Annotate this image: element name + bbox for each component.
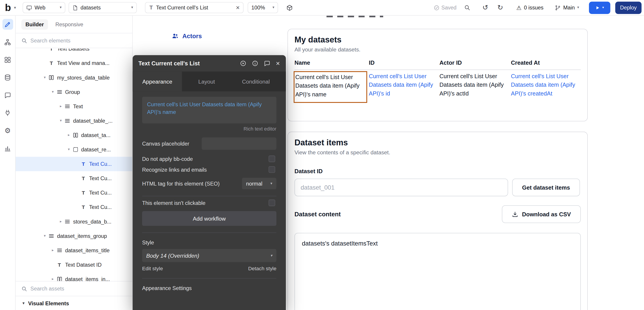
- redo-icon[interactable]: ↻: [497, 4, 503, 11]
- zoom-select[interactable]: 100% ▾: [248, 2, 278, 13]
- search-elements-input[interactable]: [30, 38, 112, 44]
- bbcode-label: Do not apply bb-code: [142, 156, 193, 162]
- dataset-id-input[interactable]: [294, 179, 508, 196]
- download-csv-button[interactable]: Download as CSV: [502, 205, 581, 223]
- recognize-links-checkbox[interactable]: [269, 166, 275, 173]
- caret-right-icon[interactable]: ▸: [58, 104, 64, 108]
- tab-builder[interactable]: Builder: [21, 19, 48, 30]
- tree-item[interactable]: ▾dataset_table_...: [16, 114, 132, 128]
- tree-item[interactable]: TText View and mana...: [16, 56, 132, 70]
- close-icon[interactable]: ✕: [236, 5, 240, 10]
- undo-icon[interactable]: ↺: [482, 4, 488, 11]
- tree-item[interactable]: ▾Group: [16, 85, 132, 99]
- tree-item[interactable]: TText Cu...: [16, 186, 132, 200]
- page-icon: [72, 5, 78, 11]
- search-elements[interactable]: [16, 33, 132, 48]
- caret-down-icon[interactable]: ▾: [50, 90, 56, 94]
- search-assets[interactable]: [16, 281, 132, 296]
- inspector-tab-conditional[interactable]: Conditional: [231, 72, 280, 91]
- caret-right-icon[interactable]: ▸: [50, 248, 56, 252]
- tree-item[interactable]: ▸dataset_items_in...: [16, 272, 132, 281]
- search-assets-input[interactable]: [30, 285, 112, 291]
- html-tag-select[interactable]: normal ▾: [242, 178, 276, 189]
- add-workflow-button[interactable]: Add workflow: [142, 211, 276, 226]
- tree-item[interactable]: TText Datasets: [16, 49, 132, 56]
- rail-item-data[interactable]: [2, 72, 13, 83]
- search-icon: [21, 286, 27, 291]
- platform-select[interactable]: Web ▾: [23, 2, 65, 13]
- page-select[interactable]: datasets ▾: [68, 2, 137, 13]
- tree-item[interactable]: TText Cu...: [16, 171, 132, 186]
- caret-right-icon[interactable]: ▸: [58, 220, 64, 223]
- style-select[interactable]: Body 14 (Overridden) ▾: [142, 249, 276, 262]
- tree-item[interactable]: TText Cu...: [16, 200, 132, 214]
- element-tab[interactable]: T Text Current cell's List ✕: [145, 2, 244, 13]
- appearance-settings-label: Appearance Settings: [142, 285, 276, 291]
- info-icon[interactable]: [252, 60, 258, 67]
- table-cell[interactable]: Current cell's List User Datasets data i…: [369, 72, 440, 103]
- canvas-nav-actors[interactable]: Actors: [172, 33, 202, 40]
- rail-item-plugins[interactable]: [2, 107, 13, 118]
- table-columns-icon: [56, 276, 62, 281]
- tree-item[interactable]: TText Dataset ID: [16, 258, 132, 272]
- group-rows-icon: [64, 118, 71, 124]
- tree-item-label: Text Cu...: [89, 161, 112, 167]
- rich-text-editor-hint: Rich text editor: [142, 126, 276, 132]
- issues-indicator[interactable]: ⚠ 0 issues: [516, 5, 543, 11]
- saved-label: Saved: [441, 5, 456, 11]
- component-cube-icon[interactable]: [286, 4, 293, 11]
- platform-label: Web: [34, 5, 46, 11]
- caret-down-icon[interactable]: ▾: [58, 119, 64, 122]
- tree-item[interactable]: ▾dataset_re...: [16, 142, 132, 157]
- app-logo[interactable]: b: [5, 3, 12, 13]
- get-dataset-items-button[interactable]: Get dataset items: [512, 179, 580, 196]
- caret-down-icon[interactable]: ▾: [66, 148, 72, 151]
- tree-item[interactable]: ▾my_stores_data_table: [16, 70, 132, 85]
- tree-item[interactable]: ▸stores_data_b...: [16, 214, 132, 229]
- bbcode-checkbox[interactable]: [269, 156, 275, 162]
- caret-down-icon[interactable]: ▾: [42, 76, 48, 79]
- search-icon[interactable]: [464, 5, 470, 11]
- tab-responsive[interactable]: Responsive: [56, 21, 83, 27]
- preview-element-icon[interactable]: [240, 60, 246, 67]
- table-cell[interactable]: Current cell's List User Datasets data i…: [511, 72, 581, 103]
- rail-item-comments[interactable]: [2, 90, 13, 100]
- logo-chevron-icon[interactable]: ▾: [14, 6, 16, 10]
- caret-right-icon[interactable]: ▸: [66, 133, 72, 137]
- not-clickable-checkbox[interactable]: [269, 200, 275, 206]
- caret-down-icon[interactable]: ▾: [42, 234, 48, 238]
- dataset-content-text: datasets's datasetItemsText: [302, 240, 378, 247]
- inspector-tab-layout[interactable]: Layout: [182, 72, 231, 91]
- caret-right-icon[interactable]: ▸: [50, 277, 56, 281]
- edit-style-link[interactable]: Edit style: [142, 266, 163, 272]
- inspector-header[interactable]: Text Current cell's List ✕: [133, 55, 286, 71]
- table-cell[interactable]: Current cell's List User Datasets data i…: [440, 72, 511, 103]
- tree-item[interactable]: ▾dataset_items_group: [16, 229, 132, 243]
- repeating-group-icon: [72, 146, 78, 152]
- detach-style-link[interactable]: Detach style: [248, 266, 276, 272]
- tree-item[interactable]: ▸Text: [16, 99, 132, 113]
- monitor-icon: [26, 5, 32, 11]
- rail-item-workflow[interactable]: [2, 37, 13, 47]
- rail-item-logs[interactable]: [2, 143, 13, 154]
- preview-run-button[interactable]: ▾: [589, 1, 610, 14]
- text-element-icon: T: [80, 175, 86, 181]
- comment-icon[interactable]: [264, 60, 270, 67]
- inspector-tab-appearance[interactable]: Appearance: [133, 72, 182, 91]
- rail-item-settings[interactable]: ⚙: [2, 125, 13, 136]
- branch-select[interactable]: Main ▾: [555, 5, 579, 11]
- selected-table-cell[interactable]: Current cell's List User Datasets data i…: [294, 71, 367, 103]
- rail-item-design[interactable]: [2, 19, 13, 30]
- rich-text-value[interactable]: Current cell's List User Datasets data i…: [142, 97, 276, 123]
- chat-icon: [4, 92, 11, 99]
- text-element-icon: T: [80, 161, 86, 167]
- deploy-button[interactable]: Deploy: [615, 1, 642, 14]
- tree-item[interactable]: TText Cu...: [16, 157, 132, 171]
- tree-item[interactable]: ▸dataset_items_title: [16, 243, 132, 257]
- visual-elements-section[interactable]: ▾ Visual Elements: [16, 296, 132, 310]
- caret-down-icon: ▾: [23, 301, 24, 305]
- tree-item[interactable]: ▸dataset_ta...: [16, 128, 132, 142]
- rail-item-components[interactable]: [2, 54, 13, 65]
- canvas-placeholder-input[interactable]: [202, 137, 276, 150]
- close-icon[interactable]: ✕: [276, 61, 280, 66]
